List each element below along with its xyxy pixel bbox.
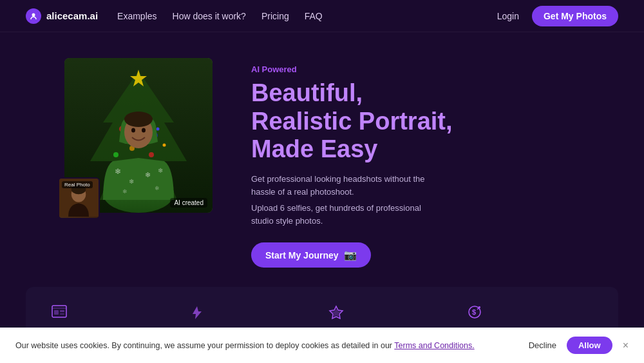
start-btn-label: Start My Journey	[265, 250, 339, 260]
styles-icon	[52, 305, 177, 323]
hero-text: AI Powered Beautiful,Realistic Portrait,…	[251, 58, 580, 268]
cookie-message: Our website uses cookies. By continuing,…	[15, 341, 392, 350]
svg-point-0	[32, 13, 35, 16]
logo-area[interactable]: alicecam.ai	[26, 8, 98, 24]
cookie-terms-link[interactable]: Terms and Conditions.	[394, 341, 474, 350]
nav-pricing[interactable]: Pricing	[261, 11, 289, 21]
image-collage: ❄ ❄ ❄ ❄ ❄ ❄ AI created Real Photo	[64, 58, 213, 213]
nav-links: Examples How does it work? Pricing FAQ	[117, 11, 323, 21]
navbar: alicecam.ai Examples How does it work? P…	[0, 0, 644, 32]
svg-text:❄: ❄	[129, 178, 134, 185]
start-journey-button[interactable]: Start My Journey 📷	[251, 242, 371, 268]
cookie-allow-button[interactable]: Allow	[567, 337, 612, 354]
hero-section: ❄ ❄ ❄ ❄ ❄ ❄ AI created Real Photo AI Pow…	[0, 32, 644, 287]
hero-title: Beautiful,Realistic Portrait,Made Easy	[251, 79, 580, 164]
svg-point-18	[142, 128, 146, 133]
logo-text: alicecam.ai	[46, 10, 98, 21]
svg-text:❄: ❄	[145, 171, 151, 179]
price-icon: $	[467, 305, 592, 323]
svg-point-16	[124, 112, 153, 127]
nav-left: alicecam.ai Examples How does it work? P…	[26, 8, 323, 24]
get-my-photos-button[interactable]: Get My Photos	[532, 6, 618, 26]
real-photo-label: Real Photo	[62, 181, 93, 188]
camera-icon: 📷	[344, 249, 357, 261]
svg-point-13	[163, 144, 166, 147]
svg-point-7	[149, 152, 154, 157]
svg-rect-30	[60, 310, 64, 312]
ai-created-label: AI created	[170, 198, 207, 208]
nav-how-it-works[interactable]: How does it work?	[173, 11, 246, 21]
svg-text:❄: ❄	[158, 167, 163, 174]
login-button[interactable]: Login	[497, 11, 519, 21]
nav-examples[interactable]: Examples	[117, 11, 156, 21]
ai-powered-badge: AI Powered	[251, 64, 580, 74]
svg-text:❄: ❄	[122, 188, 128, 195]
cookie-text: Our website uses cookies. By continuing,…	[15, 341, 518, 350]
svg-text:❄: ❄	[155, 185, 160, 191]
svg-text:$: $	[472, 308, 476, 316]
svg-point-11	[156, 128, 160, 131]
cookie-banner: Our website uses cookies. By continuing,…	[0, 328, 644, 363]
nav-faq[interactable]: FAQ	[305, 11, 323, 21]
hero-desc-2: Upload 6 selfies, get hundreds of profes…	[251, 202, 425, 227]
svg-rect-31	[60, 313, 64, 315]
nav-right: Login Get My Photos	[497, 6, 618, 26]
cookie-decline-button[interactable]: Decline	[529, 340, 556, 350]
svg-text:❄: ❄	[115, 167, 121, 176]
svg-rect-29	[54, 310, 59, 315]
svg-point-17	[131, 128, 135, 133]
svg-point-8	[113, 152, 118, 157]
quality-icon	[328, 305, 454, 323]
hero-desc-1: Get professional looking headshots witho…	[251, 173, 425, 198]
logo-icon	[26, 8, 41, 24]
cookie-close-button[interactable]: ×	[623, 340, 629, 351]
real-photo-thumbnail: Real Photo	[58, 177, 100, 219]
speed-icon	[190, 305, 316, 324]
